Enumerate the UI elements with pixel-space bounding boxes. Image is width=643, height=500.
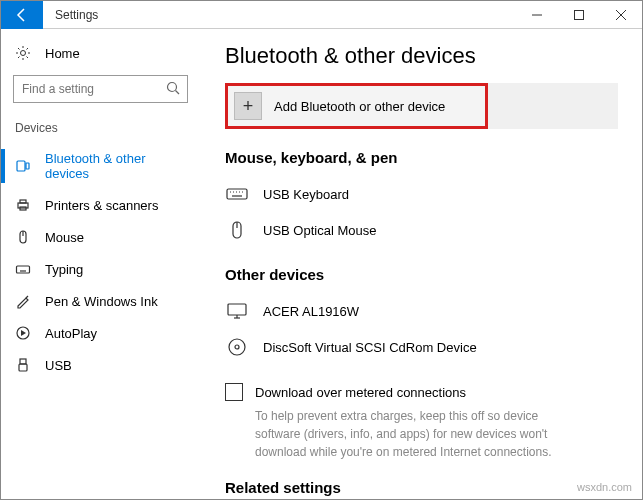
- back-button[interactable]: [1, 1, 43, 29]
- sidebar-item-mouse[interactable]: Mouse: [1, 221, 200, 253]
- svg-point-29: [229, 339, 245, 355]
- svg-rect-17: [227, 189, 247, 199]
- device-item-disc[interactable]: DiscSoft Virtual SCSI CdRom Device: [225, 329, 618, 365]
- metered-help-text: To help prevent extra charges, keep this…: [255, 407, 585, 461]
- plus-icon: +: [234, 92, 262, 120]
- device-item-mouse[interactable]: USB Optical Mouse: [225, 212, 618, 248]
- svg-rect-4: [26, 163, 29, 169]
- sidebar-item-label: USB: [45, 358, 72, 373]
- sidebar-item-printers[interactable]: Printers & scanners: [1, 189, 200, 221]
- keyboard-icon: [225, 182, 249, 206]
- svg-rect-3: [17, 161, 25, 171]
- search-wrap: [13, 75, 188, 103]
- autoplay-icon: [15, 325, 31, 341]
- sidebar-item-label: Pen & Windows Ink: [45, 294, 158, 309]
- device-label: DiscSoft Virtual SCSI CdRom Device: [263, 340, 477, 355]
- window-controls: [516, 1, 642, 29]
- window-title: Settings: [55, 8, 516, 22]
- sidebar-item-label: Mouse: [45, 230, 84, 245]
- monitor-icon: [225, 299, 249, 323]
- sidebar-item-label: Bluetooth & other devices: [45, 151, 186, 181]
- sidebar: Home Devices Bluetooth & other devices P…: [1, 29, 201, 499]
- checkbox-icon: [225, 383, 243, 401]
- devices-icon: [15, 158, 31, 174]
- titlebar: Settings: [1, 1, 642, 29]
- add-device-label: Add Bluetooth or other device: [274, 99, 445, 114]
- sidebar-item-autoplay[interactable]: AutoPlay: [1, 317, 200, 349]
- usb-icon: [15, 357, 31, 373]
- keyboard-icon: [15, 261, 31, 277]
- svg-rect-6: [20, 200, 26, 203]
- pen-icon: [15, 293, 31, 309]
- disc-icon: [225, 335, 249, 359]
- metered-checkbox-row[interactable]: Download over metered connections: [225, 383, 618, 401]
- svg-rect-16: [19, 364, 27, 371]
- sidebar-item-label: Printers & scanners: [45, 198, 158, 213]
- main-content: Bluetooth & other devices + Add Bluetoot…: [201, 29, 642, 499]
- watermark: wsxdn.com: [577, 481, 632, 493]
- device-label: USB Keyboard: [263, 187, 349, 202]
- gear-icon: [15, 45, 31, 61]
- sidebar-item-bluetooth[interactable]: Bluetooth & other devices: [1, 143, 200, 189]
- device-label: ACER AL1916W: [263, 304, 359, 319]
- home-button[interactable]: Home: [1, 39, 200, 67]
- section-related-settings: Related settings: [225, 479, 618, 496]
- add-device-row: + Add Bluetooth or other device: [225, 83, 618, 129]
- sidebar-item-label: AutoPlay: [45, 326, 97, 341]
- printer-icon: [15, 197, 31, 213]
- page-title: Bluetooth & other devices: [225, 43, 618, 69]
- search-input[interactable]: [13, 75, 188, 103]
- svg-point-1: [21, 51, 26, 56]
- svg-point-30: [235, 345, 239, 349]
- sidebar-item-typing[interactable]: Typing: [1, 253, 200, 285]
- sidebar-item-label: Typing: [45, 262, 83, 277]
- sidebar-item-usb[interactable]: USB: [1, 349, 200, 381]
- device-item-monitor[interactable]: ACER AL1916W: [225, 293, 618, 329]
- device-item-keyboard[interactable]: USB Keyboard: [225, 176, 618, 212]
- mouse-icon: [225, 218, 249, 242]
- svg-rect-10: [17, 266, 30, 273]
- add-device-bar: [488, 83, 618, 129]
- svg-rect-15: [20, 359, 26, 364]
- close-button[interactable]: [600, 1, 642, 29]
- section-mouse-keyboard: Mouse, keyboard, & pen: [225, 149, 618, 166]
- maximize-button[interactable]: [558, 1, 600, 29]
- add-device-button[interactable]: + Add Bluetooth or other device: [225, 83, 488, 129]
- sidebar-item-pen[interactable]: Pen & Windows Ink: [1, 285, 200, 317]
- device-label: USB Optical Mouse: [263, 223, 376, 238]
- svg-point-2: [168, 83, 177, 92]
- mouse-icon: [15, 229, 31, 245]
- search-icon: [166, 81, 182, 97]
- section-other-devices: Other devices: [225, 266, 618, 283]
- home-label: Home: [45, 46, 80, 61]
- section-label: Devices: [1, 117, 200, 143]
- svg-rect-26: [228, 304, 246, 315]
- minimize-button[interactable]: [516, 1, 558, 29]
- metered-label: Download over metered connections: [255, 385, 466, 400]
- svg-rect-0: [575, 10, 584, 19]
